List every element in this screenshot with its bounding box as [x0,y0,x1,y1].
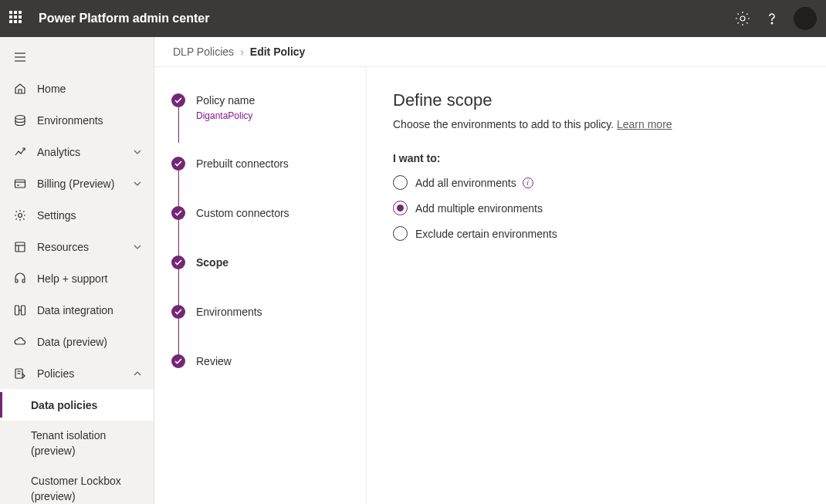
step-complete-icon [171,305,185,319]
analytics-icon [14,146,26,158]
sidebar-item-label: Environments [37,114,143,127]
svg-point-5 [15,115,25,119]
scope-form-label: I want to: [393,152,800,164]
svg-rect-16 [22,306,25,315]
radio-label: Add multiple environments [415,202,543,215]
step-complete-icon [171,206,185,220]
sidebar-subitem-customer-lockbox[interactable]: Customer Lockbox (preview) [0,466,154,504]
sidebar-subitem-label: Tenant isolation (preview) [31,428,144,458]
step-scope[interactable]: Scope [171,255,350,305]
sidebar-item-policies[interactable]: Policies [0,357,154,389]
wizard-stepper: Policy name DigantaPolicy Prebuilt conne… [154,67,367,504]
chevron-right-icon: › [240,46,244,58]
sidebar-item-label: Home [37,83,143,95]
resources-icon [14,241,26,253]
step-complete-icon [171,354,185,368]
topbar-actions [735,7,817,30]
step-review[interactable]: Review [171,354,350,368]
chevron-down-icon [132,178,143,189]
user-avatar[interactable] [794,7,817,30]
step-subtitle[interactable]: DigantaPolicy [196,110,255,121]
sidebar-item-environments[interactable]: Environments [0,104,154,136]
sidebar-item-label: Billing (Preview) [37,178,132,190]
sidebar-item-data-integration[interactable]: Data integration [0,294,154,326]
svg-point-9 [19,213,22,217]
sidebar-subitem-tenant-isolation[interactable]: Tenant isolation (preview) [0,421,154,466]
app-launcher-icon[interactable] [9,11,25,26]
chevron-down-icon [132,147,143,157]
sidebar-item-billing[interactable]: Billing (Preview) [0,167,154,199]
billing-icon [14,178,26,190]
sidebar-item-label: Settings [37,209,143,222]
sidebar-subitem-data-policies[interactable]: Data policies [0,389,154,421]
sidebar-item-label: Data integration [37,304,143,316]
main: DLP Policies › Edit Policy Policy name D… [154,37,826,504]
sidebar-item-label: Resources [37,241,132,253]
data-integration-icon [14,304,26,316]
step-complete-icon [171,255,185,269]
app-title: Power Platform admin center [39,12,735,25]
step-title: Policy name [196,93,255,107]
learn-more-link[interactable]: Learn more [617,118,672,130]
radio-input[interactable] [393,226,408,241]
breadcrumb: DLP Policies › Edit Policy [154,37,826,67]
sidebar-item-help[interactable]: Help + support [0,262,154,294]
svg-point-0 [740,16,745,21]
settings-icon[interactable] [735,11,750,26]
svg-point-1 [771,22,773,24]
step-title: Review [196,354,232,368]
chevron-up-icon [132,368,143,379]
panel-description: Choose the environments to add to this p… [393,118,800,130]
sidebar-item-data-preview[interactable]: Data (preview) [0,326,154,357]
sidebar-subitem-label: Data policies [31,399,97,411]
sidebar-item-label: Data (preview) [37,336,143,348]
sidebar-item-label: Help + support [37,272,143,285]
radio-exclude[interactable]: Exclude certain environments [393,226,800,241]
step-environments[interactable]: Environments [171,305,350,354]
step-complete-icon [171,93,185,107]
sidebar-item-settings[interactable]: Settings [0,199,154,231]
panel-title: Define scope [393,90,800,110]
svg-rect-15 [15,306,19,315]
step-title: Prebuilt connectors [196,157,289,171]
radio-label: Add all environments [415,177,516,189]
step-custom-connectors[interactable]: Custom connectors [171,206,350,255]
gear-icon [14,209,26,222]
radio-input[interactable] [393,201,408,215]
radio-input[interactable] [393,175,408,190]
radio-label: Exclude certain environments [415,228,557,240]
policies-icon [14,367,26,380]
svg-rect-14 [22,279,25,282]
breadcrumb-parent[interactable]: DLP Policies [173,46,234,58]
svg-rect-13 [15,279,18,282]
home-icon [14,83,26,95]
step-policy-name[interactable]: Policy name DigantaPolicy [171,93,350,157]
sidebar: Home Environments Analytics Billing (Pre… [0,37,154,504]
sidebar-item-label: Policies [37,367,132,380]
step-title: Environments [196,305,262,319]
step-title: Scope [196,255,229,269]
radio-add-multiple[interactable]: Add multiple environments [393,201,800,215]
breadcrumb-current: Edit Policy [250,46,306,58]
sidebar-item-analytics[interactable]: Analytics [0,136,154,167]
chevron-down-icon [132,242,143,252]
sidebar-item-home[interactable]: Home [0,73,154,104]
cloud-icon [14,336,26,348]
sidebar-item-label: Analytics [37,146,132,158]
sidebar-item-resources[interactable]: Resources [0,231,154,262]
step-prebuilt-connectors[interactable]: Prebuilt connectors [171,157,350,206]
radio-add-all[interactable]: Add all environments i [393,175,800,190]
svg-rect-6 [15,180,25,188]
sidebar-subitem-label: Customer Lockbox (preview) [31,474,144,504]
svg-rect-10 [15,242,25,252]
step-complete-icon [171,157,185,171]
environments-icon [14,114,26,127]
step-title: Custom connectors [196,206,289,220]
scope-panel: Define scope Choose the environments to … [367,67,826,504]
info-icon[interactable]: i [523,178,533,188]
headset-icon [14,272,26,285]
topbar: Power Platform admin center [0,0,826,37]
help-icon[interactable] [764,11,780,26]
sidebar-toggle[interactable] [0,42,154,73]
